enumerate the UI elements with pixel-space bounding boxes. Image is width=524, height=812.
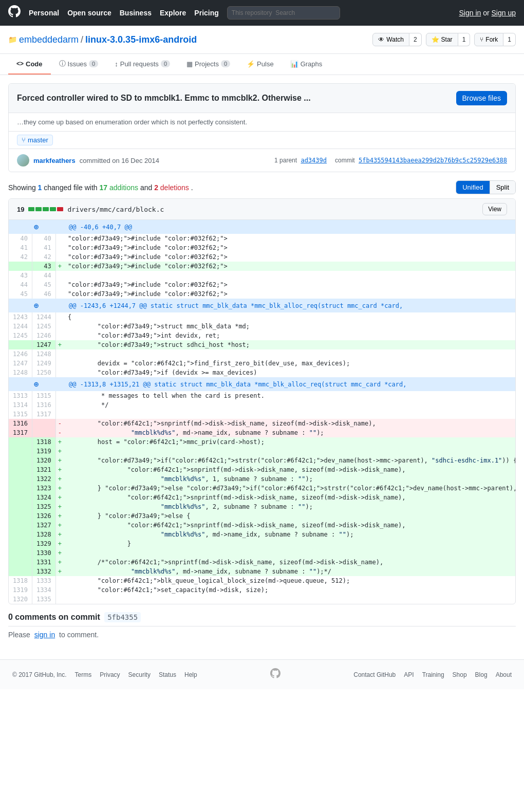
line-code: [64, 595, 515, 604]
footer-about[interactable]: About: [496, 671, 512, 678]
new-line-num: 1248: [32, 349, 55, 359]
expand-row[interactable]: ⊕: [9, 220, 64, 234]
line-sign: +: [55, 437, 64, 447]
sign-up-link[interactable]: Sign up: [492, 9, 516, 17]
footer-status[interactable]: Status: [159, 671, 176, 678]
table-row: 4344: [9, 271, 515, 280]
browse-files-button[interactable]: Browse files: [456, 91, 507, 105]
old-line-num: 44: [9, 280, 32, 289]
line-code: {: [64, 312, 515, 322]
eye-icon: 👁: [378, 36, 384, 43]
fork-button[interactable]: ⑂ Fork: [474, 33, 503, 46]
new-line-num: 1322: [32, 474, 55, 484]
footer-help[interactable]: Help: [184, 671, 197, 678]
file-stats: 19 drivers/mmc/card/block.c: [17, 206, 164, 213]
line-code: "color:#d73a49;">#include "color:#032f62…: [64, 280, 515, 289]
pulse-icon: ⚡: [247, 60, 255, 68]
nav-opensource[interactable]: Open source: [67, 9, 111, 17]
old-line-num: [9, 493, 32, 502]
table-row: 1320+ "color:#d73a49;">if("color:#6f42c1…: [9, 456, 515, 465]
new-line-num: 1327: [32, 521, 55, 530]
commit-branch-row: ⑂ master: [9, 132, 515, 149]
footer-blog[interactable]: Blog: [475, 671, 488, 678]
footer-shop[interactable]: Shop: [453, 671, 467, 678]
new-line-num: 1321: [32, 465, 55, 474]
unified-view-button[interactable]: Unified: [456, 181, 489, 194]
commit-message-row: Forced controller wired to SD to mmcblk1…: [9, 84, 515, 113]
github-logo[interactable]: [8, 5, 21, 21]
commit-sha[interactable]: 5fb435594143baeea299d2b76b9c5c25929e6388: [359, 157, 507, 164]
line-code: [64, 447, 515, 456]
nav-personal[interactable]: Personal: [29, 9, 59, 17]
tab-projects[interactable]: ▦ Projects 0: [178, 54, 238, 75]
tab-graphs[interactable]: 📊 Graphs: [282, 54, 331, 75]
table-row: 1326+ } "color:#d73a49;">else {: [9, 511, 515, 521]
line-sign: +: [55, 447, 64, 456]
line-sign: [55, 312, 64, 322]
nav-explore[interactable]: Explore: [160, 9, 186, 17]
view-file-button[interactable]: View: [482, 203, 507, 215]
header: Personal Open source Business Explore Pr…: [0, 0, 524, 26]
table-row: ⊕@@ -1313,8 +1315,21 @@ static struct mm…: [9, 377, 515, 391]
table-row: 4445 "color:#d73a49;">#include "color:#0…: [9, 280, 515, 289]
tab-pullrequests[interactable]: ↕ Pull requests 0: [106, 54, 178, 75]
diff-view-toggle: Unified Split: [456, 180, 516, 194]
line-sign: -: [55, 428, 64, 437]
tab-issues[interactable]: ⓘ Issues 0: [51, 54, 107, 75]
table-row: 13131315 * messages to tell when the car…: [9, 391, 515, 400]
expand-row[interactable]: ⊕: [9, 377, 64, 391]
parent-sha[interactable]: ad3439d: [301, 157, 327, 164]
new-line-num: 41: [32, 243, 55, 252]
line-code: "color:#d73a49;">#include "color:#032f62…: [64, 262, 515, 271]
branch-icon: ⑂: [22, 136, 26, 144]
new-line-num: [32, 428, 55, 437]
repo-owner[interactable]: embeddedarm: [19, 34, 79, 45]
table-row: 1316- "color:#6f42c1;">snprintf(md->disk…: [9, 419, 515, 428]
expand-row[interactable]: ⊕: [9, 299, 64, 312]
old-line-num: [9, 484, 32, 493]
footer-privacy[interactable]: Privacy: [100, 671, 120, 678]
tab-code[interactable]: <> Code: [8, 54, 51, 75]
new-line-num: 1329: [32, 539, 55, 548]
line-sign: +: [55, 465, 64, 474]
file-diff: 19 drivers/mmc/card/block.c View ⊕@@ -40…: [8, 198, 516, 604]
split-view-button[interactable]: Split: [490, 181, 515, 194]
footer-training[interactable]: Training: [422, 671, 444, 678]
footer-security[interactable]: Security: [128, 671, 151, 678]
table-row: 1332+ "mmcblk%d%s", md->name_idx, subnam…: [9, 567, 515, 576]
search-input[interactable]: [227, 6, 340, 20]
repo-actions: 👁 Watch 2 ⭐ Star 1 ⑂ Fork 1: [372, 33, 516, 46]
footer-contact[interactable]: Contact GitHub: [353, 671, 396, 678]
author-name[interactable]: markfeathers: [33, 157, 76, 164]
new-line-num: 1332: [32, 567, 55, 576]
new-line-num: 1315: [32, 391, 55, 400]
line-sign: [55, 322, 64, 331]
footer-api[interactable]: API: [404, 671, 414, 678]
sign-in-link[interactable]: Sign in: [459, 9, 481, 17]
star-button[interactable]: ⭐ Star: [426, 33, 458, 46]
table-row: 12481250 "color:#d73a49;">if (devidx >= …: [9, 368, 515, 377]
line-sign: [55, 234, 64, 243]
tab-pulse[interactable]: ⚡ Pulse: [238, 54, 282, 75]
repo-name[interactable]: linux-3.0.35-imx6-android: [85, 34, 197, 45]
nav-business[interactable]: Business: [120, 9, 152, 17]
issues-count: 0: [89, 60, 98, 67]
line-code: [64, 271, 515, 280]
nav-pricing[interactable]: Pricing: [194, 9, 218, 17]
footer-right: Contact GitHub API Training Shop Blog Ab…: [353, 671, 512, 678]
old-line-num: [9, 530, 32, 539]
new-line-num: 1326: [32, 511, 55, 521]
sign-in-link[interactable]: sign in: [34, 631, 55, 639]
watch-count: 2: [409, 33, 422, 46]
line-sign: [55, 576, 64, 585]
line-code: "color:#d73a49;">int devidx, ret;: [64, 331, 515, 340]
parent-label: 1 parent: [274, 157, 297, 164]
line-code: "color:#d73a49;">if (devidx >= max_devic…: [64, 368, 515, 377]
watch-button[interactable]: 👁 Watch: [372, 33, 409, 46]
new-line-num: 43: [32, 262, 55, 271]
tab-code-label: Code: [26, 60, 43, 68]
table-row: 4242 "color:#d73a49;">#include "color:#0…: [9, 252, 515, 262]
line-code: "color:#6f42c1;">snprintf(md->disk->disk…: [64, 493, 515, 502]
footer-terms[interactable]: Terms: [75, 671, 92, 678]
line-code: [64, 548, 515, 558]
